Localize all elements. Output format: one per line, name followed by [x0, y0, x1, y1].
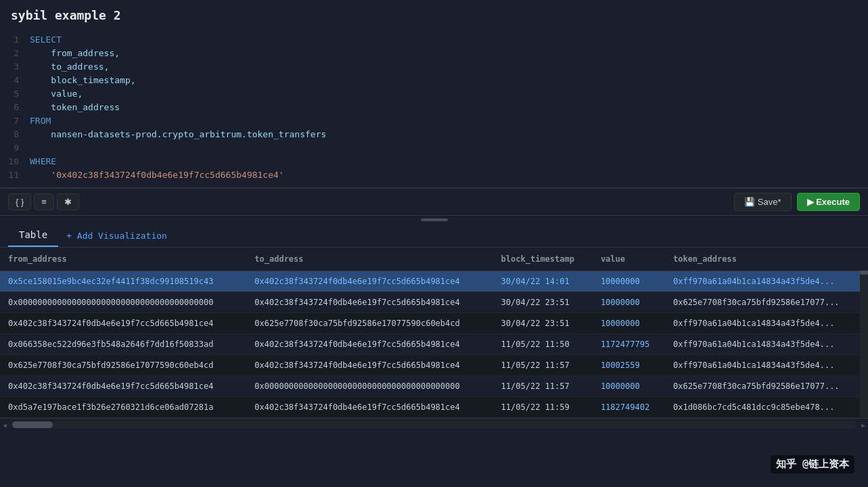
code-line: block_timestamp,: [30, 74, 868, 87]
line-number: 11: [0, 168, 19, 182]
code-line: value,: [30, 87, 868, 101]
cell-value: 1182749402: [593, 397, 665, 418]
cell-value: 10000000: [593, 271, 665, 292]
cell-to_address: 0x402c38f343724f0db4e6e19f7cc5d665b4981c…: [246, 334, 493, 355]
page-title: sybil example 2: [0, 0, 868, 28]
col-from-address: from_address: [0, 248, 246, 271]
line-numbers: 1234567891011: [0, 33, 27, 182]
code-editor: 1234567891011 SELECT from_address, to_ad…: [0, 28, 868, 188]
save-icon: 💾: [744, 197, 758, 207]
table-row: 0x402c38f343724f0db4e6e19f7cc5d665b4981c…: [0, 313, 868, 334]
results-tabs: Table + Add Visualization: [0, 224, 868, 248]
col-block-timestamp: block_timestamp: [493, 248, 593, 271]
cell-block_timestamp: 11/05/22 11:57: [493, 355, 593, 376]
cell-to_address: 0x402c38f343724f0db4e6e19f7cc5d665b4981c…: [246, 271, 493, 292]
data-table: from_address to_address block_timestamp …: [0, 248, 868, 418]
cell-token_address: 0xff970a61a04b1ca14834a43f5de4...: [665, 355, 868, 376]
cell-block_timestamp: 30/04/22 23:51: [493, 292, 593, 313]
resize-handle-indicator: [421, 218, 448, 221]
watermark: 知乎 @链上资本: [771, 455, 854, 473]
cell-block_timestamp: 11/05/22 11:50: [493, 334, 593, 355]
format-json-button[interactable]: { }: [8, 193, 31, 210]
line-number: 9: [0, 141, 19, 155]
cell-token_address: 0x625e7708f30ca75bfd92586e17077...: [665, 376, 868, 397]
execute-button[interactable]: Execute: [797, 193, 861, 211]
scroll-right-arrow[interactable]: ▶: [859, 420, 868, 430]
cell-block_timestamp: 11/05/22 11:57: [493, 376, 593, 397]
cell-token_address: 0x625e7708f30ca75bfd92586e17077...: [665, 292, 868, 313]
cell-token_address: 0xff970a61a04b1ca14834a43f5de4...: [665, 313, 868, 334]
editor-toolbar: { } ≡ ✱ 💾 Save* Execute: [0, 188, 868, 216]
cell-from_address: 0x625e7708f30ca75bfd92586e17077590c60eb4…: [0, 355, 246, 376]
cell-to_address: 0x625e7708f30ca75bfd92586e17077590c60eb4…: [246, 313, 493, 334]
data-table-container: from_address to_address block_timestamp …: [0, 248, 868, 418]
code-content[interactable]: SELECT from_address, to_address, block_t…: [27, 33, 868, 182]
line-number: 4: [0, 74, 19, 87]
line-number: 5: [0, 87, 19, 101]
table-body: 0x5ce158015e9bc4ec32ef4411f38dc99108519c…: [0, 271, 868, 418]
cell-value: 10000000: [593, 292, 665, 313]
line-number: 1: [0, 33, 19, 47]
cell-from_address: 0x066358ec522d96e3fb548a2646f7dd16f50833…: [0, 334, 246, 355]
table-header-row: from_address to_address block_timestamp …: [0, 248, 868, 271]
cell-from_address: 0xd5a7e197bace1f3b26e2760321d6ce06ad0728…: [0, 397, 246, 418]
tab-table[interactable]: Table: [8, 224, 58, 247]
table-row: 0xd5a7e197bace1f3b26e2760321d6ce06ad0728…: [0, 397, 868, 418]
cell-to_address: 0x402c38f343724f0db4e6e19f7cc5d665b4981c…: [246, 292, 493, 313]
code-line: [30, 141, 868, 155]
cell-to_address: 0x402c38f343724f0db4e6e19f7cc5d665b4981c…: [246, 397, 493, 418]
results-section: Table + Add Visualization from_address t…: [0, 224, 868, 431]
horizontal-scrollbar-container: ◀ ▶: [0, 418, 868, 431]
cell-block_timestamp: 11/05/22 11:59: [493, 397, 593, 418]
line-number: 3: [0, 60, 19, 74]
cell-block_timestamp: 30/04/22 23:51: [493, 313, 593, 334]
line-number: 10: [0, 155, 19, 168]
table-row: 0x402c38f343724f0db4e6e19f7cc5d665b4981c…: [0, 376, 868, 397]
toolbar-right: 💾 Save* Execute: [734, 193, 860, 211]
cell-value: 10000000: [593, 313, 665, 334]
cell-from_address: 0x5ce158015e9bc4ec32ef4411f38dc99108519c…: [0, 271, 246, 292]
code-line: '0x402c38f343724f0db4e6e19f7cc5d665b4981…: [30, 168, 868, 182]
cell-from_address: 0x402c38f343724f0db4e6e19f7cc5d665b4981c…: [0, 376, 246, 397]
table-row: 0x00000000000000000000000000000000000000…: [0, 292, 868, 313]
table-row: 0x5ce158015e9bc4ec32ef4411f38dc99108519c…: [0, 271, 868, 292]
line-number: 8: [0, 128, 19, 141]
col-token-address: token_address: [665, 248, 868, 271]
code-line: SELECT: [30, 33, 868, 47]
format-list-button[interactable]: ≡: [34, 193, 54, 210]
line-number: 2: [0, 47, 19, 60]
horizontal-scrollbar-thumb[interactable]: [12, 421, 53, 428]
col-to-address: to_address: [246, 248, 493, 271]
code-line: FROM: [30, 114, 868, 128]
cell-token_address: 0x1d086bc7cd5c481dcc9c85ebe478...: [665, 397, 868, 418]
format-star-button[interactable]: ✱: [57, 193, 79, 210]
line-number: 7: [0, 114, 19, 128]
cell-to_address: 0x402c38f343724f0db4e6e19f7cc5d665b4981c…: [246, 355, 493, 376]
cell-from_address: 0x402c38f343724f0db4e6e19f7cc5d665b4981c…: [0, 313, 246, 334]
cell-from_address: 0x00000000000000000000000000000000000000…: [0, 292, 246, 313]
table-row: 0x625e7708f30ca75bfd92586e17077590c60eb4…: [0, 355, 868, 376]
save-button[interactable]: 💾 Save*: [734, 193, 791, 211]
code-line: nansen-datasets-prod.crypto_arbitrum.tok…: [30, 128, 868, 141]
cell-token_address: 0xff970a61a04b1ca14834a43f5de4...: [665, 334, 868, 355]
line-number: 6: [0, 101, 19, 114]
cell-token_address: 0xff970a61a04b1ca14834a43f5de4...: [665, 271, 868, 292]
resize-handle[interactable]: [0, 216, 868, 224]
scroll-left-arrow[interactable]: ◀: [0, 420, 9, 430]
col-value: value: [593, 248, 665, 271]
table-row: 0x066358ec522d96e3fb548a2646f7dd16f50833…: [0, 334, 868, 355]
cell-to_address: 0x00000000000000000000000000000000000000…: [246, 376, 493, 397]
add-visualization-button[interactable]: + Add Visualization: [58, 225, 175, 246]
cell-value: 10002559: [593, 355, 665, 376]
cell-block_timestamp: 30/04/22 14:01: [493, 271, 593, 292]
code-line: WHERE: [30, 155, 868, 168]
horizontal-scrollbar-track[interactable]: [12, 421, 856, 428]
code-line: to_address,: [30, 60, 868, 74]
code-line: token_address: [30, 101, 868, 114]
code-line: from_address,: [30, 47, 868, 60]
vertical-scrollbar[interactable]: [860, 248, 868, 418]
cell-value: 1172477795: [593, 334, 665, 355]
cell-value: 10000000: [593, 376, 665, 397]
